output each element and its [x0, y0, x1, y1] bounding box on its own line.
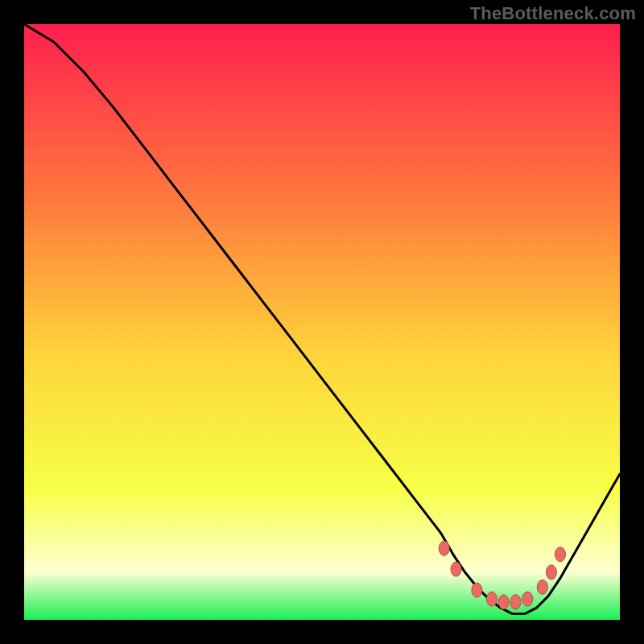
- optimal-dot: [522, 592, 533, 606]
- optimal-dot: [472, 583, 482, 597]
- optimal-dot: [555, 547, 566, 562]
- optimal-dot: [510, 595, 521, 609]
- optimal-dot: [546, 565, 556, 580]
- optimal-dot: [439, 541, 449, 555]
- plot-background: [24, 24, 620, 620]
- optimal-dot: [537, 580, 547, 594]
- watermark-text: TheBottleneck.com: [470, 3, 636, 24]
- optimal-dot: [498, 595, 509, 609]
- optimal-dot: [486, 592, 497, 606]
- bottleneck-chart: [0, 0, 644, 644]
- optimal-dot: [451, 562, 461, 576]
- chart-frame: TheBottleneck.com: [0, 0, 644, 644]
